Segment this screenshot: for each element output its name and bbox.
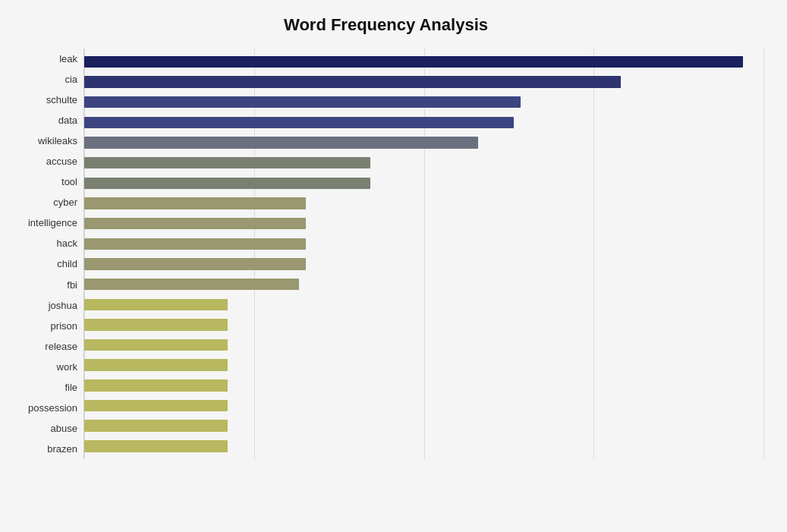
bar (84, 157, 370, 168)
bar-row (84, 436, 764, 456)
bar (84, 218, 306, 229)
bar (84, 76, 621, 87)
bars-and-grid (83, 49, 764, 459)
bar-row (84, 294, 764, 315)
bar-row (84, 376, 764, 396)
y-label: joshua (49, 301, 77, 310)
bar-row (84, 72, 764, 93)
bar-row (84, 213, 764, 234)
bar (84, 339, 228, 351)
bar (84, 319, 228, 330)
bar-row (84, 315, 764, 335)
y-label: abuse (51, 423, 77, 433)
y-label: wikileaks (38, 136, 77, 146)
bar (84, 137, 478, 148)
y-label: tool (61, 177, 77, 187)
bar (84, 379, 228, 391)
bar-row (84, 133, 764, 153)
bar (84, 96, 521, 108)
y-label: leak (59, 54, 77, 64)
y-label: schulte (46, 95, 77, 105)
bar-row (84, 194, 764, 214)
bar-row (84, 274, 764, 294)
bar (84, 238, 306, 250)
chart-title: Word Frequency Analysis (8, 15, 764, 35)
bar (84, 279, 299, 290)
bar-row (84, 92, 764, 112)
bar (84, 359, 228, 370)
y-label: data (58, 115, 77, 125)
y-axis: leakciaschultedatawikileaksaccusetoolcyb… (8, 49, 83, 459)
y-label: work (57, 362, 77, 372)
y-label: cia (65, 74, 77, 84)
bar (84, 56, 743, 68)
y-label: cyber (53, 197, 77, 207)
bar (84, 440, 228, 452)
bar-row (84, 112, 764, 133)
y-label: hack (57, 238, 77, 248)
bar (84, 197, 306, 209)
y-label: file (65, 382, 77, 392)
bar-row (84, 52, 764, 72)
y-label: possession (28, 403, 77, 413)
y-label: intelligence (28, 218, 77, 228)
bar (84, 178, 370, 189)
bar (84, 117, 514, 128)
bar-row (84, 173, 764, 194)
bar (84, 299, 228, 310)
chart-container: Word Frequency Analysis leakciaschulteda… (0, 0, 787, 532)
bar-row (84, 395, 764, 416)
bar-row (84, 254, 764, 275)
chart-area: leakciaschultedatawikileaksaccusetoolcyb… (8, 49, 764, 459)
bar-row (84, 416, 764, 436)
bar (84, 420, 228, 431)
bar-row (84, 153, 764, 173)
bar (84, 258, 306, 269)
bar-row (84, 234, 764, 254)
y-label: brazen (47, 444, 77, 454)
bars-container (84, 49, 764, 459)
bar-row (84, 355, 764, 376)
y-label: prison (51, 321, 77, 331)
bar (84, 400, 228, 411)
bar-row (84, 335, 764, 355)
y-label: release (45, 342, 77, 351)
y-label: accuse (46, 156, 77, 166)
y-label: child (57, 259, 77, 269)
y-label: fbi (67, 280, 77, 290)
